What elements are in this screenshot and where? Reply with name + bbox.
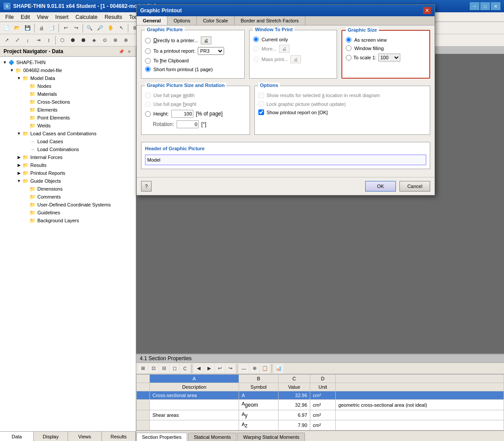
tb2-4[interactable]: ⇥ [33,36,43,45]
nav-tab-display[interactable]: Display [34,432,68,441]
nav-tab-results[interactable]: Results [102,432,136,441]
tab-warping-statical-moments[interactable]: Warping Statical Moments [237,433,305,441]
radio-report-label[interactable]: To a printout report: [153,48,195,54]
opt-showreport-label[interactable]: Show printout report on [OK] [267,110,328,115]
title-bar-controls[interactable]: ─ □ ✕ [470,2,500,10]
scale-select[interactable]: 100 [378,54,400,61]
expand-lcombo[interactable] [23,146,29,152]
expand-crosssections[interactable] [23,99,29,105]
tree-elements[interactable]: 📁 Elements [0,106,136,114]
ok-button[interactable]: OK [365,181,396,192]
table-btn8[interactable]: ↩ [215,364,225,373]
radio-windowfilling-label[interactable]: Window filling [354,46,384,51]
radio-printer-input[interactable] [145,38,151,43]
print-button[interactable]: 🖨 [36,23,46,33]
tree-loadcombinations[interactable]: → Load Combinations [0,145,136,153]
tree-loadcases[interactable]: ▼ 📁 Load Cases and Combinations [0,130,136,137]
use-full-height-input[interactable] [145,101,151,107]
table-btn10[interactable]: — [239,364,249,373]
col-c-header[interactable]: C [278,375,310,383]
tree-materials[interactable]: 📁 Materials [0,90,136,98]
table-btn4[interactable]: ◻ [170,364,179,373]
expand-loadcases[interactable]: ▼ [16,130,22,137]
tb2-3[interactable]: ↕ [23,36,33,45]
menu-file[interactable]: File [2,13,17,21]
radio-report-input[interactable] [145,48,151,54]
save-button[interactable]: 💾 [23,23,33,33]
nav-header-controls[interactable]: 📌 ✕ [118,48,132,54]
expand-bglayers[interactable] [23,217,29,224]
tree-bglayers[interactable]: 📁 Background Layers [0,217,136,224]
table-btn9[interactable]: ↪ [225,364,235,373]
height-radio-input[interactable] [145,111,151,117]
expand-materials[interactable] [23,91,29,97]
opt-showreport-check[interactable] [258,109,264,115]
tree-results[interactable]: ▶ 📁 Results [0,161,136,169]
tb2-2[interactable]: ⤢ [12,36,22,45]
zoom-button[interactable]: 🔍 [85,23,94,33]
tb2-5[interactable]: I [44,36,54,45]
table-btn13[interactable]: 📊 [274,364,283,373]
minimize-button[interactable]: ─ [470,2,479,10]
radio-clipboard-label[interactable]: To the Clipboard [153,58,189,64]
report-dropdown[interactable]: PR3 [198,47,224,55]
expand-elements[interactable] [23,107,29,113]
radio-printer-label[interactable]: Directly to a printer... [153,37,198,43]
tree-modeldata[interactable]: ▼ 📁 Model Data [0,74,136,82]
radio-screenview-input[interactable] [346,37,352,43]
radio-screenview-label[interactable]: As screen view [354,37,387,43]
radio-windowfilling-input[interactable] [346,45,352,51]
rotation-input[interactable] [177,120,199,128]
pan-button[interactable]: ✋ [106,23,116,33]
radio-current-label[interactable]: Current only [261,37,288,42]
tb2-11[interactable]: ⊗ [110,36,120,45]
tree-guidelines[interactable]: 📁 Guidelines [0,209,136,217]
menu-view[interactable]: View [33,13,52,21]
tab-border[interactable]: Border and Stretch Factors [235,16,305,25]
new-button[interactable]: 📄 [2,23,11,33]
col-a-header[interactable]: A [150,375,239,383]
menu-edit[interactable]: Edit [17,13,33,21]
tb2-7[interactable]: ⬢ [68,36,78,45]
tree-dimensions[interactable]: 📁 Dimensions [0,185,136,193]
nav-pin-button[interactable]: 📌 [118,48,124,54]
height-input[interactable] [171,110,193,118]
radio-toscale-label[interactable]: To scale 1: [353,55,377,60]
table-btn3[interactable]: ⊟ [159,364,169,373]
nav-close-button[interactable]: ✕ [126,48,132,54]
table-btn12[interactable]: 📋 [260,364,270,373]
maximize-button[interactable]: □ [480,2,490,10]
tb2-12[interactable]: ⊕ [121,36,131,45]
redo-button[interactable]: ↪ [71,23,81,33]
tree-welds[interactable]: 📁 Welds [0,122,136,130]
select-button[interactable]: ↖ [116,23,126,33]
tb2-1[interactable]: ↗ [2,36,11,45]
table-btn7[interactable]: ▶ [204,364,214,373]
tree-comments[interactable]: 📁 Comments [0,193,136,201]
radio-current-input[interactable] [253,36,259,42]
nav-tab-views[interactable]: Views [68,432,102,441]
tb2-9[interactable]: ◈ [89,36,99,45]
tab-general[interactable]: General [137,16,167,25]
expand-guide[interactable]: ▼ [16,178,22,184]
tb2-8[interactable]: ⬣ [79,36,88,45]
radio-shortform-label[interactable]: Short form printout (1 page) [153,67,213,72]
col-d-header[interactable]: D [310,375,336,383]
radio-massprint-input[interactable] [253,57,259,62]
table-btn6[interactable]: ◀ [194,364,203,373]
expand-guidelines[interactable] [23,210,29,216]
expand-nodes[interactable] [23,83,29,89]
open-button[interactable]: 📂 [12,23,22,33]
opt-lockgraphic-check[interactable] [258,101,264,107]
tree-guideobjects[interactable]: ▼ 📁 Guide Objects [0,177,136,185]
expand-internalforces[interactable]: ▶ [16,154,22,160]
radio-toscale-input[interactable] [346,55,352,61]
tab-colorscale[interactable]: Color Scale [197,16,235,25]
undo-button[interactable]: ↩ [61,23,70,33]
expand-root[interactable]: ▼ [2,59,8,65]
height-label[interactable]: Height: [153,111,169,116]
table-btn5[interactable]: C [180,364,190,373]
cancel-button[interactable]: Cancel [399,181,430,192]
expand-file[interactable]: ▼ [9,67,15,73]
tb2-10[interactable]: ⊙ [100,36,109,45]
